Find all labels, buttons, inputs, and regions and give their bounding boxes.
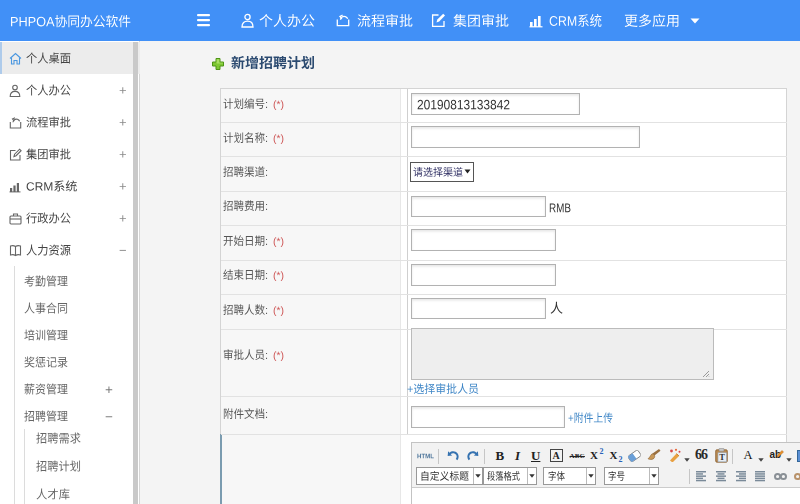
svg-text:T: T [719,452,725,462]
